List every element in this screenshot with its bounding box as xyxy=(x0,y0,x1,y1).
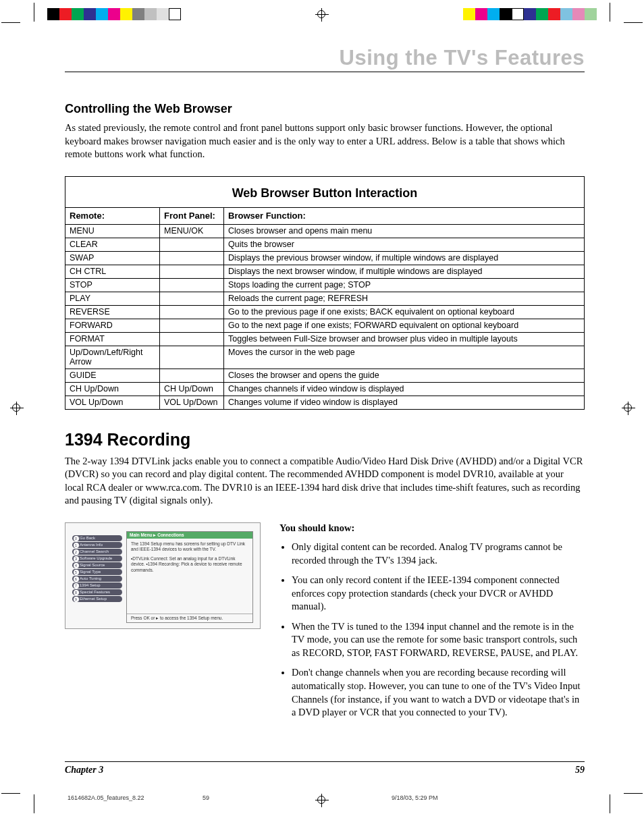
menu-item: 5Signal Type xyxy=(72,569,122,575)
breadcrumb: Main Menu ▸ Connections xyxy=(127,532,252,539)
list-item: When the TV is tuned to the 1394 input c… xyxy=(292,620,585,660)
table-row: FORMATToggles between Full-Size browser … xyxy=(65,332,585,346)
table-row: CH Up/DownCH Up/DownChanges channels if … xyxy=(65,382,585,396)
table-title: Web Browser Button Interaction xyxy=(65,176,585,207)
body-text: As stated previously, the remote control… xyxy=(65,121,585,161)
menu-item: 6Auto Tuning xyxy=(72,576,122,582)
menu-item: 9Ethernet Setup xyxy=(72,596,122,602)
registration-mark-icon xyxy=(624,404,632,412)
registration-mark-icon xyxy=(12,404,20,412)
table-row: CH CTRLDisplays the next browser window,… xyxy=(65,265,585,278)
crop-mark xyxy=(34,794,34,813)
table-header: Remote: xyxy=(65,207,160,224)
table-row: SWAPDisplays the previous browser window… xyxy=(65,251,585,265)
table-row: REVERSEGo to the previous page if one ex… xyxy=(65,305,585,319)
table-header: Front Panel: xyxy=(160,207,224,224)
menu-description: The 1394 Setup menu has screens for sett… xyxy=(127,539,252,614)
crop-mark xyxy=(610,794,610,813)
list-item: You can only record content if the IEEE-… xyxy=(292,574,585,614)
crop-mark xyxy=(1,793,20,794)
table-row: STOPStops loading the current page; STOP xyxy=(65,278,585,292)
crop-mark xyxy=(624,22,643,23)
browser-button-table: Web Browser Button Interaction Remote: F… xyxy=(65,176,585,410)
table-row: MENUMENU/OKCloses browser and opens main… xyxy=(65,224,585,238)
menu-item: 1Antenna Info xyxy=(72,542,122,548)
chapter-label: Chapter 3 xyxy=(65,765,103,776)
crop-mark xyxy=(1,22,20,23)
menu-item: 2Channel Search xyxy=(72,549,122,555)
crop-mark xyxy=(624,793,643,794)
you-should-know: You should know: Only digital content ca… xyxy=(279,522,585,726)
color-swatches-right xyxy=(463,8,597,20)
section-heading: Controlling the Web Browser xyxy=(65,102,585,116)
body-text: The 2-way 1394 DTVLink jacks enable you … xyxy=(65,455,585,508)
know-list: Only digital content can be recorded. An… xyxy=(279,541,585,719)
table-row: Up/Down/Left/Right ArrowMoves the cursor… xyxy=(65,346,585,369)
color-swatches-left xyxy=(47,8,181,20)
table-row: CLEARQuits the browser xyxy=(65,238,585,251)
page-content: Using the TV's Features Controlling the … xyxy=(65,46,585,726)
registration-mark-icon xyxy=(317,10,325,18)
list-item: Don't change channels when you are recor… xyxy=(292,666,585,719)
table-row: VOL Up/DownVOL Up/DownChanges volume if … xyxy=(65,396,585,409)
list-item: Only digital content can be recorded. An… xyxy=(292,541,585,567)
menu-item: 0Go Back xyxy=(72,535,122,541)
menu-item: 4Signal Source xyxy=(72,562,122,568)
table-header: Browser Function: xyxy=(224,207,585,224)
page-number: 59 xyxy=(575,765,585,776)
section-heading: 1394 Recording xyxy=(65,430,585,450)
menu-item: 8Special Features xyxy=(72,589,122,595)
subheading: You should know: xyxy=(279,522,585,534)
crop-mark xyxy=(34,3,34,22)
print-meta: 1614682A.05_features_8.22 59 9/18/03, 5:… xyxy=(68,794,581,801)
menu-screenshot: 0Go Back1Antenna Info2Channel Search3Sof… xyxy=(65,522,261,629)
page-footer: Chapter 3 59 xyxy=(65,761,585,776)
menu-list: 0Go Back1Antenna Info2Channel Search3Sof… xyxy=(72,531,122,623)
crop-mark xyxy=(610,3,610,22)
menu-item: 71394 Setup xyxy=(72,582,122,589)
menu-item: 3Software Upgrade xyxy=(72,555,122,562)
table-row: GUIDECloses the browser and opens the gu… xyxy=(65,369,585,382)
menu-hint: Press OK or ▸ to access the 1394 Setup m… xyxy=(127,614,252,622)
table-row: FORWARDGo to the next page if one exists… xyxy=(65,319,585,332)
table-row: PLAYReloads the current page; REFRESH xyxy=(65,292,585,305)
chapter-heading: Using the TV's Features xyxy=(65,46,585,72)
